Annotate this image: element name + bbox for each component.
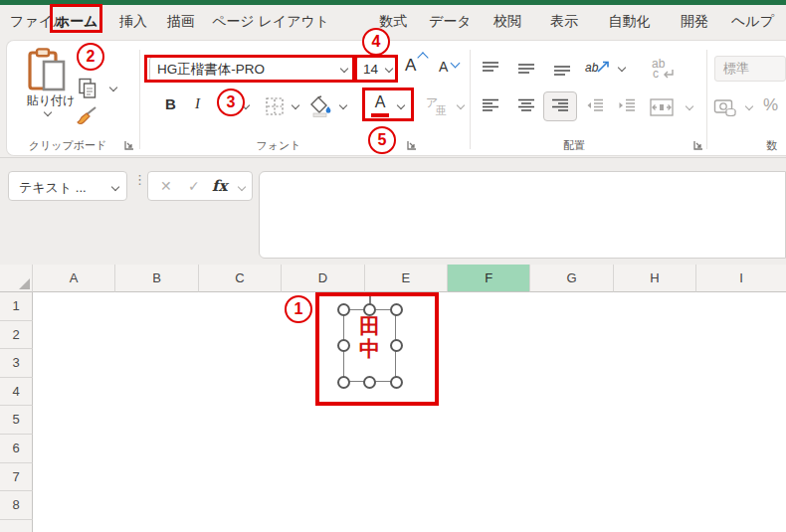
enter-icon: ✓ xyxy=(188,178,200,194)
format-painter-button[interactable] xyxy=(76,105,99,127)
increase-indent-icon xyxy=(617,96,637,116)
col-header-E[interactable]: E xyxy=(365,265,448,292)
align-center-icon xyxy=(516,96,536,116)
row-header-8[interactable]: 8 xyxy=(0,491,33,520)
row-header-1[interactable]: 1 xyxy=(0,292,33,321)
annotation-circle-4: 4 xyxy=(362,28,390,56)
clipboard-group-label: クリップボード xyxy=(18,138,117,153)
tab-page-layout[interactable]: ページ レイアウト xyxy=(212,9,327,33)
tab-file[interactable]: ファイル xyxy=(10,9,50,33)
select-all-corner[interactable] xyxy=(0,265,33,292)
wrap-text-button: ab c xyxy=(651,58,677,82)
fill-color-chevron-icon[interactable] xyxy=(339,102,346,109)
clipboard-dialog-launcher[interactable] xyxy=(123,139,135,151)
increase-font-letter: A xyxy=(405,56,416,75)
cancel-icon: ✕ xyxy=(160,178,172,194)
percent-style-button: % xyxy=(763,95,778,115)
tab-developer[interactable]: 開発 xyxy=(676,9,713,33)
tab-insert[interactable]: 挿入 xyxy=(114,9,152,33)
decrease-font-size-button[interactable]: A xyxy=(439,58,467,84)
orientation-arrow-icon xyxy=(596,60,610,74)
name-box[interactable]: テキスト ... xyxy=(8,171,127,201)
phonetic-guide-button: ア 亜 xyxy=(426,94,450,118)
borders-button[interactable] xyxy=(265,96,285,116)
col-header-A[interactable]: A xyxy=(33,265,115,292)
orientation-chevron-icon[interactable] xyxy=(618,65,625,72)
row-header-2[interactable]: 2 xyxy=(0,321,33,350)
currency-format-button xyxy=(713,96,737,118)
annotation-box-font-name xyxy=(144,55,355,83)
row-header-7[interactable]: 7 xyxy=(0,463,33,492)
col-header-I[interactable]: I xyxy=(696,265,786,292)
currency-chevron-icon xyxy=(745,103,752,110)
annotation-box-font-color xyxy=(362,88,414,121)
formula-bar-drag-handle[interactable]: ⋮ xyxy=(133,176,137,183)
name-box-chevron-icon xyxy=(111,184,118,191)
col-header-C[interactable]: C xyxy=(199,265,282,292)
decrease-indent-icon xyxy=(585,96,605,116)
bold-button[interactable]: B xyxy=(165,95,176,112)
merge-chevron-icon xyxy=(686,103,692,110)
formula-input[interactable] xyxy=(259,171,786,259)
phonetic-chevron-icon xyxy=(457,102,464,109)
number-group-label: 数 xyxy=(766,138,786,153)
tab-data[interactable]: データ xyxy=(429,9,471,33)
insert-function-icon[interactable]: fx xyxy=(212,177,227,195)
group-divider xyxy=(470,50,471,149)
align-top-icon xyxy=(481,59,500,79)
col-header-D[interactable]: D xyxy=(282,265,364,292)
col-header-G[interactable]: G xyxy=(530,265,613,292)
align-top-button[interactable] xyxy=(481,59,500,79)
increase-indent-button xyxy=(617,96,637,116)
annotation-circle-5: 5 xyxy=(368,126,396,154)
col-header-F-selected[interactable]: F xyxy=(448,265,530,292)
annotation-circle-1: 1 xyxy=(285,295,312,323)
fill-color-button[interactable] xyxy=(310,94,334,118)
excel-window: ファイル ホーム 挿入 描画 ページ レイアウト 数式 データ 校閲 表示 自動… xyxy=(0,0,786,532)
decrease-indent-button xyxy=(585,96,605,116)
align-middle-button[interactable] xyxy=(516,59,536,79)
tab-draw[interactable]: 描画 xyxy=(162,9,200,33)
paste-dropdown-chevron-icon[interactable] xyxy=(44,109,51,116)
row-header-6[interactable]: 6 xyxy=(0,435,33,463)
fx-chevron-icon xyxy=(238,184,245,191)
increase-font-size-button[interactable]: A xyxy=(405,56,435,82)
clipboard-icon xyxy=(27,47,67,92)
align-bottom-icon xyxy=(552,59,572,79)
tab-help[interactable]: ヘルプ xyxy=(731,9,773,33)
copy-icon xyxy=(77,77,98,100)
font-group-label: フォント xyxy=(239,138,318,153)
row-header-5[interactable]: 5 xyxy=(0,406,33,435)
wrap-return-arrow-icon xyxy=(662,69,675,81)
name-box-value: テキスト ... xyxy=(19,179,87,197)
tab-review[interactable]: 校閲 xyxy=(489,9,526,33)
format-painter-icon xyxy=(76,105,99,127)
tab-automate[interactable]: 自動化 xyxy=(602,9,657,33)
currency-icon xyxy=(713,96,737,118)
align-bottom-button[interactable] xyxy=(552,59,572,79)
italic-button[interactable]: I xyxy=(195,95,200,112)
row-header-3[interactable]: 3 xyxy=(0,349,33,378)
annotation-box-font-size xyxy=(354,55,398,83)
annotation-box-home-tab xyxy=(50,4,102,33)
row-header-9-partial[interactable] xyxy=(0,520,33,532)
align-center-button[interactable] xyxy=(516,96,536,116)
borders-chevron-icon[interactable] xyxy=(292,102,298,109)
row-header-4[interactable]: 4 xyxy=(0,378,33,407)
paste-button[interactable] xyxy=(27,47,67,92)
orientation-button[interactable]: ab xyxy=(585,58,611,80)
align-right-icon xyxy=(550,96,570,116)
align-left-button[interactable] xyxy=(481,96,500,116)
align-right-button[interactable] xyxy=(550,96,570,116)
align-left-icon xyxy=(481,96,500,116)
col-header-H[interactable]: H xyxy=(614,265,696,292)
borders-icon xyxy=(265,96,285,116)
col-header-B[interactable]: B xyxy=(115,265,198,292)
alignment-dialog-launcher[interactable] xyxy=(692,139,704,151)
caret-down-icon xyxy=(451,59,461,69)
copy-button[interactable] xyxy=(77,77,98,100)
font-dialog-launcher[interactable] xyxy=(406,139,418,151)
copy-dropdown-chevron-icon[interactable] xyxy=(109,85,116,91)
tab-view[interactable]: 表示 xyxy=(545,9,583,33)
phonetic-sub: 亜 xyxy=(436,103,447,118)
